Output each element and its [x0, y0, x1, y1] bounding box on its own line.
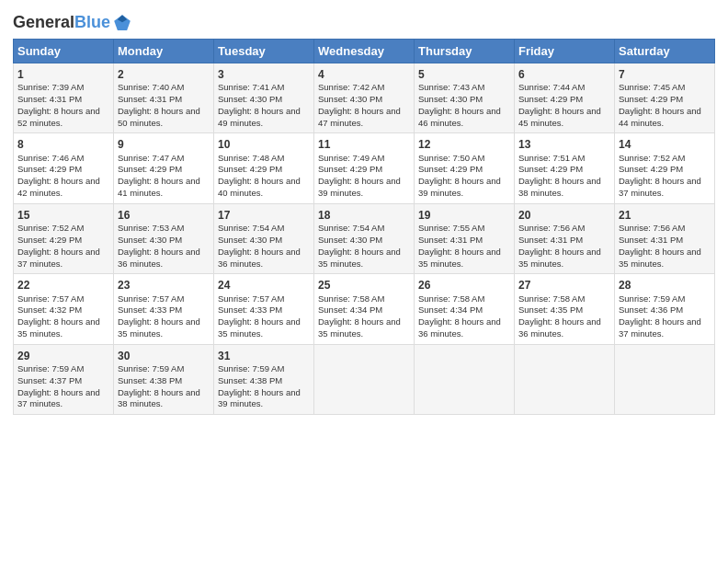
sunrise: Sunrise: 7:47 AM	[118, 153, 184, 163]
sunrise: Sunrise: 7:48 AM	[218, 153, 284, 163]
sunset: Sunset: 4:31 PM	[118, 94, 182, 104]
calendar-cell: 11Sunrise: 7:49 AMSunset: 4:29 PMDayligh…	[314, 133, 415, 203]
sunrise: Sunrise: 7:58 AM	[318, 293, 384, 304]
header-day: Saturday	[615, 40, 715, 63]
sunrise: Sunrise: 7:41 AM	[218, 82, 284, 92]
header-day: Tuesday	[214, 40, 314, 63]
calendar-cell	[314, 344, 415, 414]
calendar-cell: 28Sunrise: 7:59 AMSunset: 4:36 PMDayligh…	[615, 274, 715, 344]
daylight: Daylight: 8 hours and 50 minutes.	[118, 106, 200, 128]
daylight: Daylight: 8 hours and 41 minutes.	[118, 176, 200, 198]
sunset: Sunset: 4:34 PM	[418, 304, 483, 315]
calendar-cell: 6Sunrise: 7:44 AMSunset: 4:29 PMDaylight…	[515, 63, 615, 133]
sunset: Sunset: 4:29 PM	[17, 235, 82, 245]
calendar-cell: 2Sunrise: 7:40 AMSunset: 4:31 PMDaylight…	[114, 63, 214, 133]
calendar-cell: 18Sunrise: 7:54 AMSunset: 4:30 PMDayligh…	[314, 203, 415, 273]
logo-text: GeneralBlue	[13, 14, 110, 32]
daylight: Daylight: 8 hours and 36 minutes.	[418, 316, 501, 339]
calendar-cell: 8Sunrise: 7:46 AMSunset: 4:29 PMDaylight…	[14, 133, 114, 203]
day-number: 21	[619, 208, 711, 223]
sunrise: Sunrise: 7:58 AM	[518, 293, 585, 304]
sunset: Sunset: 4:32 PM	[17, 304, 82, 315]
sunset: Sunset: 4:29 PM	[218, 164, 282, 174]
sunrise: Sunrise: 7:55 AM	[418, 223, 484, 233]
calendar-cell: 1Sunrise: 7:39 AMSunset: 4:31 PMDaylight…	[14, 63, 114, 133]
sunrise: Sunrise: 7:59 AM	[218, 363, 284, 373]
calendar-cell: 23Sunrise: 7:57 AMSunset: 4:33 PMDayligh…	[114, 274, 214, 344]
daylight: Daylight: 8 hours and 35 minutes.	[518, 247, 601, 269]
calendar-cell: 3Sunrise: 7:41 AMSunset: 4:30 PMDaylight…	[214, 63, 314, 133]
day-number: 4	[318, 67, 410, 82]
week-row: 15Sunrise: 7:52 AMSunset: 4:29 PMDayligh…	[14, 203, 715, 273]
header-day: Friday	[515, 40, 615, 63]
daylight: Daylight: 8 hours and 35 minutes.	[318, 316, 401, 339]
main-container: GeneralBlue SundayMondayTuesdayWednesday…	[0, 0, 728, 424]
sunset: Sunset: 4:29 PM	[518, 164, 583, 174]
day-number: 11	[318, 137, 410, 152]
week-row: 29Sunrise: 7:59 AMSunset: 4:37 PMDayligh…	[14, 344, 715, 414]
day-number: 5	[418, 67, 510, 82]
week-row: 1Sunrise: 7:39 AMSunset: 4:31 PMDaylight…	[14, 63, 715, 133]
sunrise: Sunrise: 7:45 AM	[619, 82, 685, 92]
calendar-cell: 21Sunrise: 7:56 AMSunset: 4:31 PMDayligh…	[615, 203, 715, 273]
daylight: Daylight: 8 hours and 35 minutes.	[118, 316, 200, 339]
day-number: 26	[418, 278, 510, 293]
header: GeneralBlue	[13, 9, 715, 33]
calendar-cell: 20Sunrise: 7:56 AMSunset: 4:31 PMDayligh…	[515, 203, 615, 273]
daylight: Daylight: 8 hours and 37 minutes.	[619, 316, 701, 339]
calendar-cell	[415, 344, 515, 414]
sunset: Sunset: 4:34 PM	[318, 304, 382, 315]
sunrise: Sunrise: 7:57 AM	[118, 293, 184, 304]
calendar-cell: 7Sunrise: 7:45 AMSunset: 4:29 PMDaylight…	[615, 63, 715, 133]
calendar-table: SundayMondayTuesdayWednesdayThursdayFrid…	[13, 39, 715, 415]
day-number: 23	[118, 278, 210, 293]
daylight: Daylight: 8 hours and 40 minutes.	[218, 176, 301, 198]
sunrise: Sunrise: 7:52 AM	[619, 153, 685, 163]
logo-icon	[112, 13, 132, 33]
sunrise: Sunrise: 7:58 AM	[418, 293, 484, 304]
day-number: 19	[418, 208, 510, 223]
day-number: 10	[218, 137, 310, 152]
daylight: Daylight: 8 hours and 42 minutes.	[17, 176, 100, 198]
sunrise: Sunrise: 7:46 AM	[17, 153, 84, 163]
daylight: Daylight: 8 hours and 39 minutes.	[318, 176, 401, 198]
header-day: Sunday	[14, 40, 114, 63]
day-number: 18	[318, 208, 410, 223]
daylight: Daylight: 8 hours and 35 minutes.	[17, 316, 100, 339]
daylight: Daylight: 8 hours and 35 minutes.	[318, 247, 401, 269]
day-number: 22	[17, 278, 109, 293]
sunrise: Sunrise: 7:44 AM	[518, 82, 585, 92]
calendar-cell: 4Sunrise: 7:42 AMSunset: 4:30 PMDaylight…	[314, 63, 415, 133]
sunset: Sunset: 4:29 PM	[318, 164, 382, 174]
sunrise: Sunrise: 7:40 AM	[118, 82, 184, 92]
week-row: 22Sunrise: 7:57 AMSunset: 4:32 PMDayligh…	[14, 274, 715, 344]
calendar-cell: 14Sunrise: 7:52 AMSunset: 4:29 PMDayligh…	[615, 133, 715, 203]
day-number: 13	[518, 137, 610, 152]
day-number: 30	[118, 349, 210, 363]
day-number: 8	[17, 137, 109, 152]
daylight: Daylight: 8 hours and 37 minutes.	[17, 387, 100, 409]
day-number: 6	[518, 67, 610, 82]
sunset: Sunset: 4:30 PM	[118, 235, 182, 245]
week-row: 8Sunrise: 7:46 AMSunset: 4:29 PMDaylight…	[14, 133, 715, 203]
sunrise: Sunrise: 7:56 AM	[518, 223, 585, 233]
sunset: Sunset: 4:29 PM	[17, 164, 82, 174]
sunrise: Sunrise: 7:51 AM	[518, 153, 585, 163]
daylight: Daylight: 8 hours and 37 minutes.	[17, 247, 100, 269]
sunrise: Sunrise: 7:57 AM	[218, 293, 284, 304]
sunset: Sunset: 4:38 PM	[118, 375, 182, 385]
sunrise: Sunrise: 7:59 AM	[118, 363, 184, 373]
sunrise: Sunrise: 7:56 AM	[619, 223, 685, 233]
calendar-cell: 25Sunrise: 7:58 AMSunset: 4:34 PMDayligh…	[314, 274, 415, 344]
sunset: Sunset: 4:29 PM	[418, 164, 483, 174]
calendar-cell: 16Sunrise: 7:53 AMSunset: 4:30 PMDayligh…	[114, 203, 214, 273]
sunrise: Sunrise: 7:57 AM	[17, 293, 84, 304]
sunrise: Sunrise: 7:59 AM	[17, 363, 84, 373]
daylight: Daylight: 8 hours and 35 minutes.	[418, 247, 501, 269]
daylight: Daylight: 8 hours and 47 minutes.	[318, 106, 401, 128]
day-number: 12	[418, 137, 510, 152]
sunrise: Sunrise: 7:43 AM	[418, 82, 484, 92]
header-day: Wednesday	[314, 40, 415, 63]
sunrise: Sunrise: 7:52 AM	[17, 223, 84, 233]
daylight: Daylight: 8 hours and 36 minutes.	[518, 316, 601, 339]
